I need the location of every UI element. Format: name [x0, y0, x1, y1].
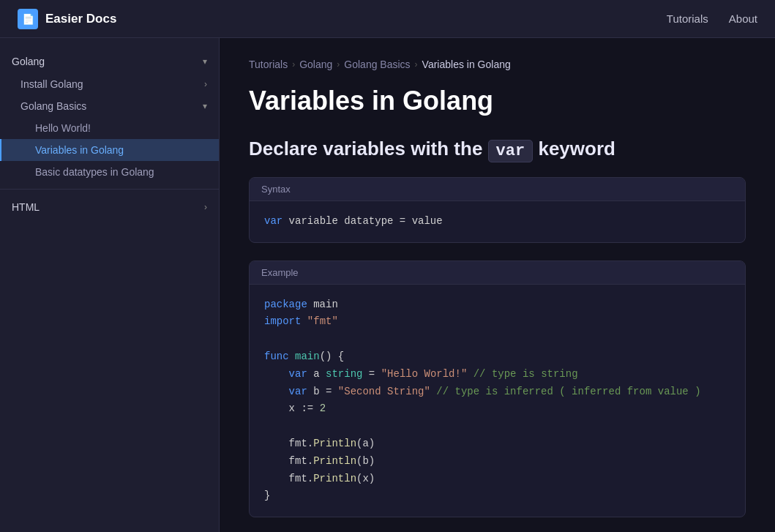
chevron-down-icon-2: ▾ [203, 101, 207, 111]
nav-tutorials[interactable]: Tutorials [667, 12, 708, 25]
breadcrumb-sep-2: › [337, 59, 340, 70]
logo-icon: 📄 [18, 9, 38, 29]
sidebar-item-variables-in-golang[interactable]: Variables in Golang [0, 139, 219, 161]
sidebar-install-golang-label: Install Golang [20, 78, 83, 90]
syntax-code-body: var variable datatype = value [250, 201, 745, 242]
chevron-right-icon: › [204, 79, 207, 89]
header-logo-area: 📄 Easier Docs [18, 9, 116, 29]
breadcrumb-tutorials[interactable]: Tutorials [249, 59, 288, 70]
sidebar-divider [0, 189, 219, 190]
sidebar-section-golang: Golang ▾ Install Golang › Golang Basics … [0, 50, 219, 183]
breadcrumb: Tutorials › Golang › Golang Basics › Var… [249, 59, 746, 70]
section-heading: Declare variables with the var keyword [249, 137, 746, 162]
breadcrumb-sep-1: › [292, 59, 295, 70]
breadcrumb-golang-basics[interactable]: Golang Basics [344, 59, 410, 70]
chevron-down-icon: ▾ [203, 56, 207, 67]
example-label: Example [250, 261, 745, 285]
main-content: Tutorials › Golang › Golang Basics › Var… [220, 38, 775, 532]
syntax-code-block: Syntax var variable datatype = value [249, 177, 746, 243]
var-keyword-badge: var [488, 140, 533, 162]
header-nav: Tutorials About [667, 12, 757, 25]
main-layout: Golang ▾ Install Golang › Golang Basics … [0, 38, 775, 532]
sidebar-golang-label: Golang [12, 56, 45, 67]
section-heading-suffix: keyword [538, 138, 615, 160]
sidebar-item-html[interactable]: HTML › [0, 195, 219, 219]
breadcrumb-golang[interactable]: Golang [299, 59, 332, 70]
example-code-body: package main import "fmt" func main() { … [250, 285, 745, 517]
sidebar-section-html: HTML › [0, 195, 219, 219]
chevron-right-icon-html: › [204, 202, 207, 212]
breadcrumb-sep-3: › [415, 59, 418, 70]
example-code-block: Example package main import "fmt" func m… [249, 261, 746, 518]
sidebar-item-hello-world[interactable]: Hello World! [0, 117, 219, 139]
sidebar-item-install-golang[interactable]: Install Golang › [0, 73, 219, 95]
section-heading-prefix: Declare variables with the [249, 138, 482, 160]
site-title: Easier Docs [45, 12, 116, 26]
sidebar-html-label: HTML [12, 201, 40, 213]
nav-about[interactable]: About [729, 12, 757, 25]
sidebar-item-golang[interactable]: Golang ▾ [0, 50, 219, 73]
breadcrumb-current: Variables in Golang [422, 59, 511, 70]
sidebar-golang-basics-label: Golang Basics [20, 100, 86, 112]
page-title: Variables in Golang [249, 85, 746, 116]
sidebar: Golang ▾ Install Golang › Golang Basics … [0, 38, 220, 532]
sidebar-item-basic-datatypes[interactable]: Basic datatypes in Golang [0, 161, 219, 183]
syntax-label: Syntax [250, 178, 745, 201]
sidebar-item-golang-basics[interactable]: Golang Basics ▾ [0, 95, 219, 117]
